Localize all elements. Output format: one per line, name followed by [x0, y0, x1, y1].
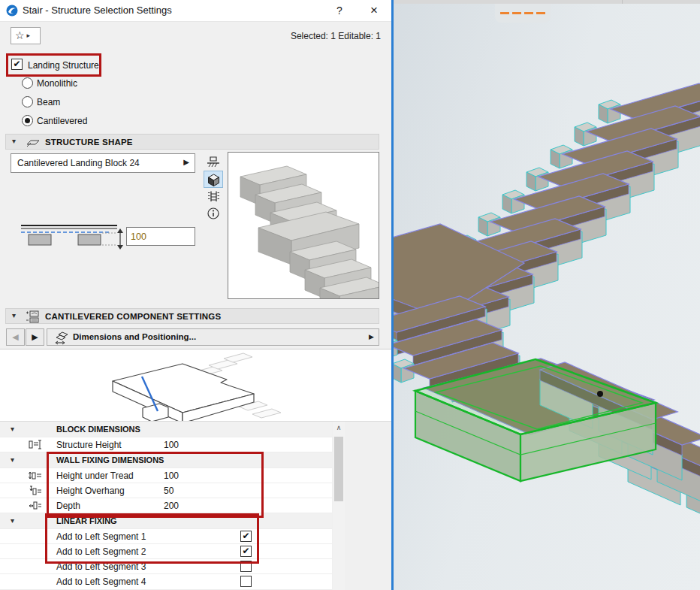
check-icon: ✔ — [242, 546, 249, 556]
schedule-view-button[interactable] — [204, 188, 223, 205]
table-group-linear-fixing[interactable]: ▾ LINEAR FIXING — [0, 513, 332, 529]
close-button[interactable]: × — [364, 2, 385, 19]
collapse-icon[interactable]: ▾ — [12, 137, 16, 145]
strip-divider — [622, 0, 623, 4]
group-header-label: LINEAR FIXING — [56, 516, 117, 525]
landing-block-select[interactable]: Cantilevered Landing Block 24 ▶ — [11, 153, 195, 173]
landing-height-diagram-icon — [18, 219, 128, 253]
table-row-height-under-tread[interactable]: Height under Tread 100 — [0, 468, 332, 483]
table-row-segment-3[interactable]: Add to Left Segment 3 — [0, 559, 332, 574]
row-label: Add to Left Segment 2 — [56, 546, 146, 557]
scroll-up-arrow[interactable]: ∧ — [333, 422, 345, 434]
check-icon: ✔ — [242, 531, 249, 541]
table-row-structure-height[interactable]: Structure Height 100 — [0, 437, 332, 452]
radio-beam[interactable] — [22, 96, 33, 107]
row-label: Add to Left Segment 1 — [56, 531, 146, 542]
landing-height-input[interactable] — [126, 227, 195, 246]
landing-block-diagram — [0, 349, 391, 421]
star-icon: ☆ — [15, 29, 25, 41]
slab-shape-icon — [26, 138, 41, 147]
schedule-icon — [207, 190, 221, 203]
3d-view-button[interactable] — [204, 171, 223, 188]
row-label: Add to Left Segment 4 — [56, 576, 146, 587]
settings-page-label: Dimensions and Positioning... — [73, 332, 196, 341]
table-scrollbar[interactable]: ∧ — [333, 422, 345, 590]
back-arrow-icon: ◀ — [12, 332, 18, 341]
radio-monolithic[interactable] — [22, 77, 33, 89]
row-value[interactable]: 100 — [164, 440, 179, 450]
table-row-segment-2[interactable]: Add to Left Segment 2 ✔ — [0, 544, 332, 559]
orange-dash-icon — [536, 12, 545, 14]
collapse-icon[interactable]: ▾ — [11, 455, 14, 464]
dimensions-positioning-icon — [54, 331, 71, 345]
radio-beam-label: Beam — [37, 97, 60, 107]
dialog-titlebar[interactable]: Stair - Structure Selection Settings ? × — [0, 0, 391, 22]
stair-3d-scene — [394, 0, 700, 590]
component-diagram-panel — [0, 349, 391, 422]
section-title: STRUCTURE SHAPE — [45, 138, 133, 147]
collapse-icon[interactable]: ▾ — [12, 311, 16, 319]
floor-plan-view-button[interactable] — [204, 153, 223, 171]
radio-monolithic-label: Monolithic — [37, 78, 77, 89]
3d-viewport[interactable] — [394, 0, 700, 590]
favorites-button[interactable]: ☆▸ — [11, 27, 41, 44]
info-button[interactable] — [204, 205, 223, 222]
row-value[interactable]: 200 — [164, 501, 179, 511]
selection-status: Selected: 1 Editable: 1 — [291, 31, 381, 41]
height-overhang-icon — [29, 486, 42, 495]
structure-preview[interactable] — [228, 152, 379, 299]
table-row-depth[interactable]: Depth 200 — [0, 498, 332, 513]
table-row-segment-4[interactable]: Add to Left Segment 4 — [0, 574, 332, 590]
structure-shape-header[interactable]: ▾ STRUCTURE SHAPE — [5, 134, 379, 150]
page-forward-button[interactable]: ▶ — [26, 328, 44, 346]
table-group-block-dimensions[interactable]: ▾ BLOCK DIMENSIONS — [0, 422, 332, 437]
dialog-title: Stair - Structure Selection Settings — [23, 5, 172, 16]
selection-hotspot-dot[interactable] — [597, 391, 603, 397]
floor-plan-icon — [206, 156, 221, 168]
settings-page-select[interactable]: Dimensions and Positioning... ▶ — [47, 328, 379, 346]
component-settings-icon — [26, 310, 41, 323]
segment-3-checkbox[interactable] — [240, 561, 252, 572]
row-label: Height under Tread — [56, 470, 134, 481]
forward-arrow-icon: ▶ — [32, 332, 38, 341]
collapse-icon[interactable]: ▾ — [11, 425, 14, 433]
table-row-height-overhang[interactable]: Height Overhang 50 — [0, 483, 332, 498]
landing-block-select-value: Cantilevered Landing Block 24 — [17, 158, 140, 168]
segment-2-checkbox[interactable]: ✔ — [240, 546, 252, 557]
favorites-arrow-icon: ▸ — [27, 32, 31, 39]
app-window: Stair - Structure Selection Settings ? ×… — [0, 0, 700, 590]
component-settings-table: ▾ BLOCK DIMENSIONS Structure Height 100 … — [0, 422, 332, 590]
row-label: Height Overhang — [56, 486, 125, 496]
segment-1-checkbox[interactable]: ✔ — [240, 531, 252, 542]
3d-cube-icon — [207, 173, 221, 187]
orange-dash-icon — [500, 12, 509, 14]
collapse-icon[interactable]: ▾ — [11, 516, 14, 525]
chevron-right-icon: ▶ — [369, 333, 374, 340]
component-settings-header[interactable]: ▾ CANTILEVERED COMPONENT SETTINGS — [5, 308, 379, 324]
orange-dash-icon — [512, 12, 521, 14]
height-under-tread-icon — [29, 470, 42, 480]
preview-stair-render — [228, 153, 379, 298]
segment-4-checkbox[interactable] — [240, 576, 252, 587]
scrollbar-thumb[interactable] — [334, 437, 343, 501]
row-value[interactable]: 100 — [164, 470, 179, 481]
radio-cantilevered-label: Cantilevered — [37, 116, 87, 126]
depth-icon — [29, 501, 42, 510]
archicad-logo-icon — [6, 5, 18, 17]
info-icon — [207, 207, 220, 220]
orange-dash-icon — [524, 12, 533, 14]
table-row-segment-1[interactable]: Add to Left Segment 1 ✔ — [0, 529, 332, 544]
row-value[interactable]: 50 — [164, 486, 173, 496]
stair-settings-dialog: Stair - Structure Selection Settings ? ×… — [0, 0, 391, 590]
check-icon: ✔ — [13, 59, 20, 69]
row-label: Add to Left Segment 3 — [56, 561, 146, 572]
marquee-tab[interactable] — [495, 4, 551, 23]
help-button[interactable]: ? — [329, 2, 350, 19]
landing-structure-checkbox[interactable]: ✔ — [11, 59, 23, 70]
row-label: Depth — [56, 501, 80, 511]
landing-structure-label: Landing Structure — [28, 60, 99, 71]
table-group-wall-fixing[interactable]: ▾ WALL FIXING DIMENSIONS — [0, 452, 332, 468]
section-title: CANTILEVERED COMPONENT SETTINGS — [45, 312, 221, 321]
radio-cantilevered[interactable] — [22, 115, 33, 126]
page-back-button[interactable]: ◀ — [6, 328, 25, 346]
